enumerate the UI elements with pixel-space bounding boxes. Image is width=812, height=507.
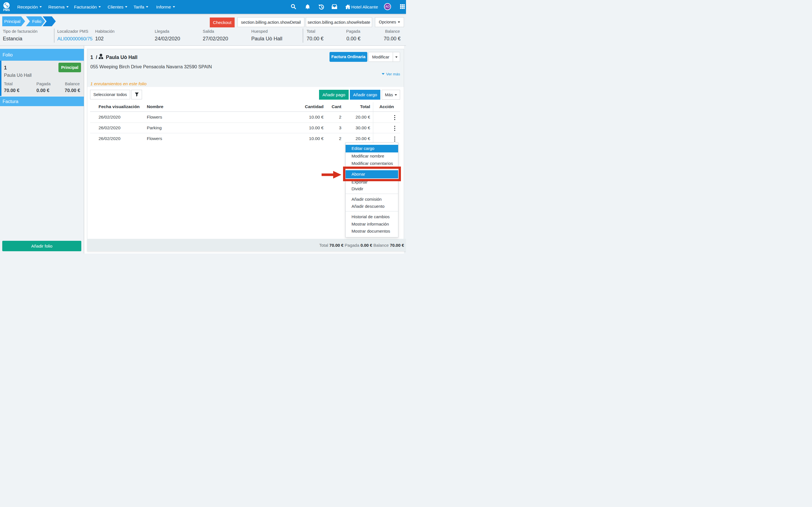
svg-text:u: u (6, 4, 7, 7)
